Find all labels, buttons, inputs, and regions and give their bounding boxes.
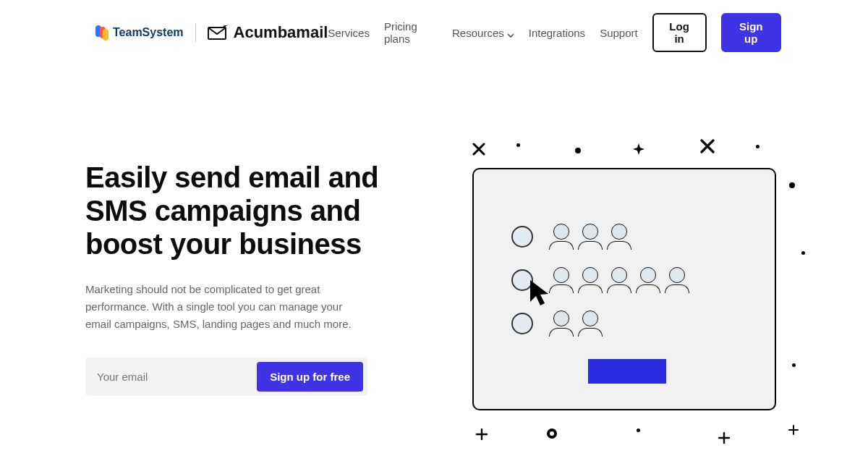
audience-row xyxy=(511,311,603,337)
nav-integrations[interactable]: Integrations xyxy=(529,27,585,39)
nav-services[interactable]: Services xyxy=(328,27,370,39)
hero-illustration xyxy=(433,132,796,450)
spark-x-icon xyxy=(472,143,485,159)
teamsystem-mark-icon xyxy=(95,25,109,40)
signup-button[interactable]: Sign up xyxy=(721,13,781,52)
people-icon xyxy=(549,311,603,337)
brand-divider xyxy=(195,23,196,42)
teamsystem-label: TeamSystem xyxy=(113,26,184,39)
site-header: TeamSystem Acumbamail Services Pricing p… xyxy=(0,0,868,52)
acumbamail-label: Acumbamail xyxy=(234,23,328,42)
acumbamail-logo[interactable]: Acumbamail xyxy=(208,23,328,42)
dot-icon xyxy=(792,363,796,367)
plus-icon xyxy=(788,425,799,438)
ring-icon xyxy=(547,428,557,439)
email-field[interactable] xyxy=(90,362,257,392)
dot-icon xyxy=(801,251,805,255)
chevron-down-icon xyxy=(507,29,514,36)
envelope-icon xyxy=(208,25,228,40)
audience-row xyxy=(511,224,631,250)
hero-copy: Easily send email and SMS campaigns and … xyxy=(85,132,404,450)
hero-signup-form: Sign up for free xyxy=(85,358,367,396)
dot-icon xyxy=(756,145,760,148)
people-icon xyxy=(549,267,689,293)
nav-support[interactable]: Support xyxy=(600,27,638,39)
plus-icon xyxy=(718,432,730,447)
hero: Easily send email and SMS campaigns and … xyxy=(0,52,868,450)
brand-group: TeamSystem Acumbamail xyxy=(95,23,328,42)
people-icon xyxy=(549,224,631,250)
signup-free-button[interactable]: Sign up for free xyxy=(257,362,363,392)
cursor-icon xyxy=(528,278,553,307)
spark-x-icon xyxy=(700,139,715,156)
illustration-panel xyxy=(472,168,776,410)
hero-title: Easily send email and SMS campaigns and … xyxy=(85,161,404,261)
hero-lead: Marketing should not be complicated to g… xyxy=(85,281,367,333)
dot-icon xyxy=(637,428,640,432)
login-button[interactable]: Log in xyxy=(652,13,707,52)
dot-icon xyxy=(575,148,581,153)
main-nav: Services Pricing plans Resources Integra… xyxy=(328,13,781,52)
star-icon xyxy=(632,143,645,159)
nav-resources-label: Resources xyxy=(452,27,504,39)
cta-bar-icon xyxy=(588,359,666,384)
plus-icon xyxy=(476,428,488,443)
radio-icon xyxy=(511,226,533,248)
nav-pricing[interactable]: Pricing plans xyxy=(384,20,438,45)
dot-icon xyxy=(516,143,520,147)
teamsystem-logo[interactable]: TeamSystem xyxy=(95,25,184,40)
radio-icon xyxy=(511,313,533,334)
dot-icon xyxy=(789,182,795,188)
nav-resources[interactable]: Resources xyxy=(452,27,514,39)
